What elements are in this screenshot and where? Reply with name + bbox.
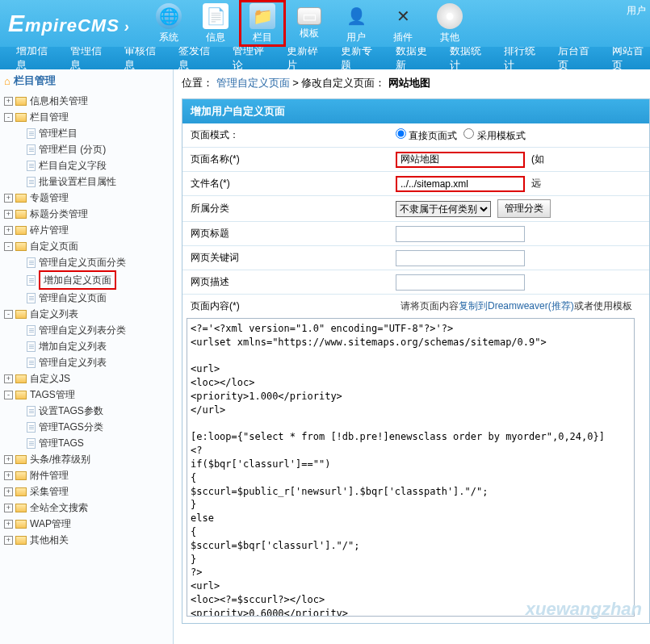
tree-label[interactable]: 管理自定义列表分类 [39, 322, 126, 338]
tree-folder[interactable]: +全站全文搜索 [4, 500, 169, 516]
page-content-textarea[interactable] [187, 318, 635, 617]
tree-file[interactable]: 管理TAGS [15, 435, 169, 451]
expand-icon[interactable]: + [4, 226, 13, 235]
filename-input[interactable] [396, 176, 525, 192]
tree-label[interactable]: 自定义列表 [30, 306, 78, 322]
subnav-item[interactable]: 更新专题 [341, 44, 379, 73]
subnav-item[interactable]: 排行统计 [504, 44, 542, 73]
tree-folder[interactable]: -自定义页面 [4, 238, 169, 254]
nav-plugin[interactable]: ✕插件 [380, 0, 426, 47]
subnav-item[interactable]: 管理评论 [233, 44, 270, 73]
tree-label[interactable]: 附件管理 [30, 467, 69, 483]
tree-file[interactable]: 管理TAGS分类 [15, 419, 169, 435]
tree-label[interactable]: 标题分类管理 [30, 206, 88, 222]
tree-file[interactable]: 栏目自定义字段 [15, 157, 169, 174]
tree-label[interactable]: 专题管理 [30, 190, 69, 206]
tree-file[interactable]: 设置TAGS参数 [15, 403, 169, 419]
subnav-item[interactable]: 更新碎片 [287, 44, 325, 73]
subnav-item[interactable]: 后台首页 [558, 44, 596, 73]
tree-folder[interactable]: -自定义列表 [4, 306, 169, 322]
expand-icon[interactable]: + [4, 374, 13, 383]
description-input[interactable] [396, 274, 525, 291]
tree-folder[interactable]: +WAP管理 [4, 516, 169, 532]
tree-label[interactable]: TAGS管理 [30, 387, 75, 403]
nav-user[interactable]: 👤用户 [333, 0, 380, 47]
expand-icon[interactable]: + [4, 455, 13, 464]
subnav-item[interactable]: 增加信息 [16, 44, 54, 73]
tree-label[interactable]: 栏目自定义字段 [39, 157, 107, 174]
expand-icon[interactable]: - [4, 391, 13, 399]
subnav-item[interactable]: 管理信息 [70, 44, 108, 73]
tree-label[interactable]: 管理自定义页面 [39, 290, 107, 306]
top-right-link[interactable]: 用户 [627, 4, 646, 18]
tree-label[interactable]: 管理TAGS分类 [39, 419, 103, 435]
subnav-item[interactable]: 数据统计 [450, 44, 488, 73]
tree-label[interactable]: WAP管理 [30, 516, 71, 532]
tree-label[interactable]: 头条/推荐级别 [30, 451, 90, 467]
tree-file[interactable]: 管理自定义页面分类 [15, 254, 169, 270]
nav-other[interactable]: ●其他 [426, 0, 473, 47]
mode-template[interactable]: 采用模板式 [463, 128, 525, 143]
tree-label[interactable]: 全站全文搜索 [30, 500, 88, 516]
subnav-item[interactable]: 签发信息 [178, 44, 216, 73]
expand-icon[interactable]: + [4, 194, 13, 203]
tree-label[interactable]: 信息相关管理 [30, 93, 88, 109]
tree-folder[interactable]: +自定义JS [4, 370, 169, 387]
expand-icon[interactable]: - [4, 310, 13, 319]
tree-folder[interactable]: +头条/推荐级别 [4, 451, 169, 467]
nav-info[interactable]: 📄信息 [192, 0, 239, 47]
keywords-input[interactable] [396, 250, 525, 266]
expand-icon[interactable]: + [4, 210, 13, 219]
tree-label[interactable]: 设置TAGS参数 [39, 403, 103, 419]
tree-label[interactable]: 自定义JS [30, 370, 70, 387]
tree-folder[interactable]: +其他相关 [4, 532, 169, 548]
tree-folder[interactable]: +采集管理 [4, 483, 169, 500]
breadcrumb-link[interactable]: 管理自定义页面 [216, 77, 290, 89]
tree-label[interactable]: 批量设置栏目属性 [39, 174, 116, 190]
mode-direct[interactable]: 直接页面式 [396, 128, 457, 143]
tree-folder[interactable]: +信息相关管理 [4, 93, 169, 109]
tree-folder[interactable]: +专题管理 [4, 190, 169, 206]
tree-label[interactable]: 增加自定义页面 [39, 270, 116, 290]
tree-label[interactable]: 管理TAGS [39, 435, 84, 451]
tree-file[interactable]: 管理自定义列表 [15, 354, 169, 370]
tree-file[interactable]: 管理自定义列表分类 [15, 322, 169, 338]
expand-icon[interactable]: + [4, 504, 13, 512]
tree-label[interactable]: 管理栏目 (分页) [39, 141, 106, 157]
category-select[interactable]: 不隶属于任何类别 [396, 201, 491, 217]
tree-folder[interactable]: -TAGS管理 [4, 387, 169, 403]
tree-folder[interactable]: +附件管理 [4, 467, 169, 483]
tree-label[interactable]: 管理栏目 [39, 125, 78, 141]
tree-folder[interactable]: -栏目管理 [4, 109, 169, 125]
expand-icon[interactable]: + [4, 536, 13, 545]
tree-file[interactable]: 增加自定义列表 [15, 338, 169, 354]
tree-label[interactable]: 栏目管理 [30, 109, 69, 125]
dreamweaver-link[interactable]: 复制到Dreamweaver(推荐) [459, 300, 574, 312]
expand-icon[interactable]: - [4, 242, 13, 251]
tree-file[interactable]: 批量设置栏目属性 [15, 174, 169, 190]
tree-folder[interactable]: +标题分类管理 [4, 206, 169, 222]
tree-file[interactable]: 管理自定义页面 [15, 290, 169, 306]
tree-label[interactable]: 自定义页面 [30, 238, 78, 254]
pagename-input[interactable] [396, 152, 525, 168]
tree-folder[interactable]: +碎片管理 [4, 222, 169, 238]
tree-label[interactable]: 管理自定义页面分类 [39, 254, 126, 270]
subnav-item[interactable]: 审核信息 [124, 44, 162, 73]
tree-file[interactable]: 管理栏目 [15, 125, 169, 141]
subnav-item[interactable]: 网站首页 [612, 44, 650, 73]
manage-category-button[interactable]: 管理分类 [497, 199, 551, 218]
tree-file[interactable]: 增加自定义页面 [15, 270, 169, 290]
expand-icon[interactable]: + [4, 520, 13, 529]
expand-icon[interactable]: + [4, 97, 13, 106]
expand-icon[interactable]: + [4, 487, 13, 496]
expand-icon[interactable]: - [4, 113, 13, 122]
tree-label[interactable]: 增加自定义列表 [39, 338, 107, 354]
tree-label[interactable]: 采集管理 [30, 483, 69, 500]
subnav-item[interactable]: 数据更新 [396, 44, 434, 73]
nav-template[interactable]: ▭模板 [286, 0, 333, 47]
nav-column[interactable]: 📁栏目 [239, 0, 286, 47]
expand-icon[interactable]: + [4, 471, 13, 480]
nav-system[interactable]: 🌐系统 [145, 0, 192, 47]
tree-label[interactable]: 管理自定义列表 [39, 354, 107, 370]
tree-label[interactable]: 碎片管理 [30, 222, 69, 238]
